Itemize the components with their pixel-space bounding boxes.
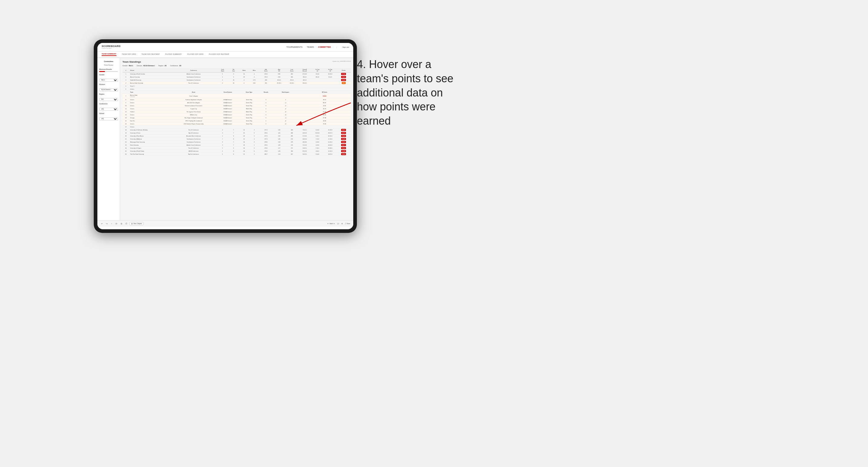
- cell-event: National Invitational Tournament: [170, 104, 217, 107]
- expanded-row[interactable]: 12 Florida I The Cypress Point Classic N…: [123, 111, 351, 114]
- points-badge[interactable]: 88.48: [341, 138, 346, 140]
- table-row[interactable]: 22 Mississippi State University Southeas…: [123, 141, 351, 144]
- cell-school-georgia: Georgia: [129, 117, 170, 120]
- cell-points[interactable]: [337, 85, 351, 88]
- cell-rank: 23: [123, 144, 129, 147]
- points-badge[interactable]: 88.94: [341, 153, 346, 155]
- expanded-row[interactable]: 13 Univers Williams Cup NCAA Division I …: [123, 114, 351, 117]
- back-button[interactable]: ‹: [110, 222, 113, 225]
- expanded-row[interactable]: 8 Univers Southern Highlands Collegiate …: [123, 98, 351, 101]
- table-row[interactable]: 24 University of Oregon Pac-12 Conferenc…: [123, 147, 351, 150]
- cell-points[interactable]: 88.94: [337, 153, 351, 156]
- cell-points[interactable]: 93.31: [337, 75, 351, 79]
- cell-points[interactable]: 83.89: [337, 150, 351, 153]
- cell-vs25: [311, 85, 323, 88]
- table-row[interactable]: 1 University of North Carolina Atlantic …: [123, 72, 351, 75]
- cell-points[interactable]: 88.71: [337, 144, 351, 147]
- expanded-row[interactable]: 16 Univers 2023 Sahalee Players Champion…: [123, 123, 351, 126]
- cell-points[interactable]: 88.14: [337, 147, 351, 150]
- tab-player-summary[interactable]: PLAYER SUMMARY: [165, 53, 182, 56]
- points-badge[interactable]: 88.14: [341, 147, 346, 149]
- tab-player-h2h-grid[interactable]: PLAYER H2H GRID: [187, 53, 204, 56]
- tab-team-h2h-heatmap[interactable]: TEAM H2H HEATMAP: [142, 53, 160, 56]
- gender-filter-select[interactable]: Men's Women's: [99, 79, 118, 82]
- copy-button[interactable]: ⧉: [120, 222, 123, 225]
- cell-points[interactable]: 88.20: [337, 79, 351, 82]
- table-row[interactable]: 19 University of Texas Big 12 Conference…: [123, 131, 351, 134]
- table-row[interactable]: 3 Vanderbilt University Southeastern Con…: [123, 79, 351, 82]
- points-badge[interactable]: 83.89: [341, 150, 346, 152]
- col-no-tour: NoTour: [228, 68, 239, 72]
- expanded-row[interactable]: 15 East Ten OFCC Fighting Illini Invitat…: [123, 120, 351, 123]
- tab-team-h2h-grid[interactable]: TEAM H2H GRID: [122, 53, 136, 56]
- expanded-row[interactable]: 7 Arizona StateUniversity Ceter Collegia…: [123, 94, 351, 98]
- table-row[interactable]: 17 Univers: [123, 126, 351, 129]
- watch-button[interactable]: 👁 Watch ▾: [327, 223, 335, 224]
- points-badge[interactable]: 88.20: [341, 79, 346, 81]
- share-button[interactable]: ⤴ Share: [345, 223, 350, 224]
- cell-rounds: 3: [259, 117, 273, 120]
- cell-vs25: 4-16-0: [311, 141, 323, 144]
- table-row[interactable]: 25 University of North Florida ASUN Conf…: [123, 150, 351, 153]
- nav-committee[interactable]: COMMITTEE: [318, 46, 331, 48]
- points-badge[interactable]: 88.70: [341, 132, 346, 134]
- expanded-row[interactable]: 11 Univers Copper Cup NCAA Division I Ma…: [123, 107, 351, 111]
- points-badge[interactable]: 88.07: [341, 129, 346, 131]
- cell-no-tour: 8: [228, 137, 239, 141]
- table-row[interactable]: 18 University of California, Berkeley Pa…: [123, 129, 351, 131]
- points-badge[interactable]: 93.31: [341, 76, 346, 78]
- table-row[interactable]: 21 University of Alabama Southeastern Co…: [123, 137, 351, 141]
- comment-button[interactable]: 💬: [337, 223, 339, 224]
- sign-out-link[interactable]: Sign out: [342, 46, 349, 48]
- school-filter-select[interactable]: (All): [99, 117, 118, 120]
- cell-low-score: 262: [285, 72, 298, 75]
- undo-button[interactable]: ↩: [100, 222, 103, 225]
- table-row[interactable]: 5 Texas T...: [123, 85, 351, 88]
- table-row-highlighted[interactable]: 4 Arizona State University Pac-12 Confer…: [123, 82, 351, 85]
- region-filter-label: Region: [99, 93, 118, 95]
- cell-points[interactable]: 78.5: [337, 82, 351, 85]
- cell-w-points: 78.30: [298, 123, 351, 126]
- panel-header: Team Standings Update time: 13/03/2024 1…: [123, 61, 351, 63]
- timer-button[interactable]: ⏱: [125, 222, 128, 225]
- cell-points[interactable]: 88.70: [337, 131, 351, 134]
- expanded-row[interactable]: 9 Univers Amer An Intercollegiate NCAA D…: [123, 101, 351, 104]
- nav-teams[interactable]: TEAMS: [307, 46, 314, 48]
- points-badge[interactable]: 88.49: [341, 135, 346, 137]
- division-filter-select[interactable]: NCAA Division I NCAA Division II NCAA Di…: [99, 88, 118, 91]
- cell-conf-rank: 1: [217, 134, 228, 137]
- cell-points[interactable]: 97.02: [337, 72, 351, 75]
- nav-tournaments[interactable]: TOURNAMENTS: [286, 46, 303, 48]
- points-badge[interactable]: 97.02: [341, 73, 346, 75]
- refresh-button[interactable]: ⟳: [115, 222, 118, 225]
- bottom-toolbar: ↩ ↪ ‹ ⟳ ⧉ ⏱ ▤ View: Original 👁 Watch ▾ �: [97, 220, 353, 227]
- region-filter-select[interactable]: N/A All: [99, 98, 118, 101]
- cell-points[interactable]: 88.49: [337, 134, 351, 137]
- tab-player-h2h-heatmap[interactable]: PLAYER H2H HEATMAP: [209, 53, 229, 56]
- minimum-rounds-slider[interactable]: [99, 71, 118, 72]
- table-row[interactable]: 6 Univers: [123, 88, 351, 91]
- table-row[interactable]: 2 Auburn University Southeastern Confere…: [123, 75, 351, 79]
- expanded-row-georgia[interactable]: 14 Georgia Ben Hogan Collegiate Invitati…: [123, 117, 351, 120]
- table-row[interactable]: 20 University of New Mexico Mountain Wes…: [123, 134, 351, 137]
- tab-team-summary[interactable]: TEAM SUMMARY: [102, 53, 117, 56]
- points-badge[interactable]: 83.81: [341, 141, 346, 143]
- view-original-button[interactable]: ▤ View: Original: [129, 222, 144, 225]
- cell-points[interactable]: 83.81: [337, 141, 351, 144]
- cell-w-points: 21.29: [298, 111, 351, 114]
- expanded-row[interactable]: 10 Univers National Invitational Tournam…: [123, 104, 351, 107]
- conference-filter-label: Conference: [99, 103, 118, 105]
- grid-button[interactable]: ⊞: [341, 223, 343, 224]
- points-badge[interactable]: 88.71: [341, 144, 346, 146]
- points-badge-highlighted[interactable]: 78.5: [342, 82, 346, 84]
- conference-filter-select[interactable]: (All): [99, 108, 118, 111]
- cell-school: University of Alabama: [129, 137, 170, 141]
- cell-wins: 4: [249, 75, 259, 79]
- redo-button[interactable]: ↪: [105, 222, 108, 225]
- cell-points[interactable]: 88.07: [337, 129, 351, 131]
- gender-active-filter: Gender: Men's: [123, 65, 133, 66]
- cell-low-score: 271: [285, 147, 298, 150]
- table-row[interactable]: 23 Duke University Atlantic Coast Confer…: [123, 144, 351, 147]
- cell-points[interactable]: 88.48: [337, 137, 351, 141]
- table-row[interactable]: 26 The Ohio State University Big Ten Con…: [123, 153, 351, 156]
